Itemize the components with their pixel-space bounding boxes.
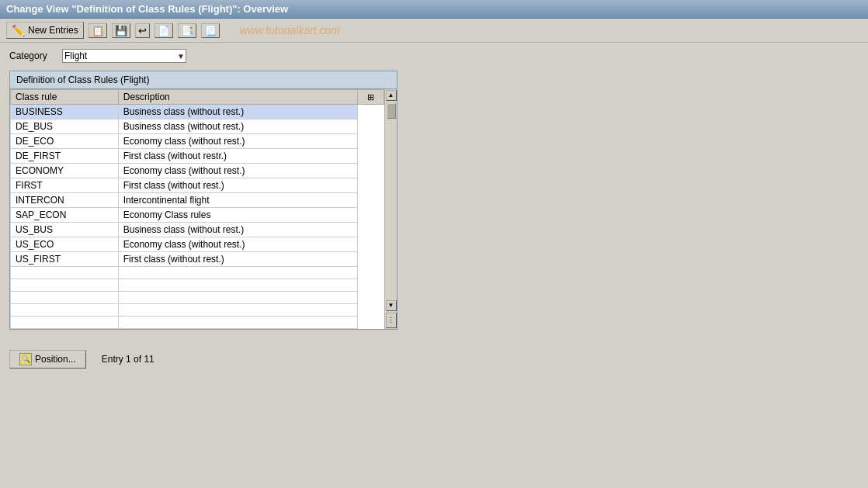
category-select-wrapper: Flight ▼ <box>62 49 186 63</box>
table-row[interactable] <box>11 279 384 292</box>
cell-desc: Economy Class rules <box>118 208 357 223</box>
category-row: Category Flight ▼ <box>9 49 859 63</box>
toolbar-icon-6: 📃 <box>204 25 217 36</box>
cell-desc: First class (without rest.) <box>118 252 357 267</box>
col-header-rule: Class rule <box>11 90 119 105</box>
category-select[interactable]: Flight <box>62 49 186 63</box>
scroll-grip-button[interactable]: ⋮ <box>386 313 397 328</box>
position-button-label: Position... <box>35 354 76 365</box>
cell-rule <box>11 304 119 317</box>
table-row[interactable]: FIRSTFirst class (without rest.) <box>11 178 384 193</box>
title-bar: Change View "Definition of Class Rules (… <box>0 0 868 19</box>
save-icon: 💾 <box>115 25 127 36</box>
undo-button[interactable]: ↩ <box>135 23 150 38</box>
table-row[interactable] <box>11 317 384 329</box>
cell-rule <box>11 267 119 279</box>
scroll-thumb[interactable] <box>387 103 396 119</box>
table-scrollbar[interactable]: ▲ ▼ ⋮ <box>384 89 397 329</box>
main-content: Category Flight ▼ Definition of Class Ru… <box>0 43 868 336</box>
cell-desc: Business class (without rest.) <box>118 119 357 134</box>
cell-rule: BUSINESS <box>11 105 119 119</box>
cell-rule: DE_BUS <box>11 119 119 134</box>
cell-rule: US_ECO <box>11 237 119 252</box>
cell-desc <box>118 292 357 304</box>
table-row[interactable]: DE_BUSBusiness class (without rest.) <box>11 119 384 134</box>
table-row[interactable] <box>11 304 384 317</box>
cell-desc <box>118 317 357 329</box>
save-button[interactable]: 💾 <box>112 23 130 38</box>
scroll-down-button[interactable]: ▼ <box>386 300 397 311</box>
table-row[interactable]: US_FIRSTFirst class (without rest.) <box>11 252 384 267</box>
cell-desc <box>118 304 357 317</box>
cell-rule: US_FIRST <box>11 252 119 267</box>
table-row[interactable]: DE_ECOEconomy class (without rest.) <box>11 134 384 149</box>
cell-desc: First class (without restr.) <box>118 149 357 164</box>
toolbar: ✏️ New Entries 📋 💾 ↩ 📄 📑 📃 www.tutorialk… <box>0 19 868 43</box>
cell-desc: Economy class (without rest.) <box>118 134 357 149</box>
new-entries-label: New Entries <box>28 25 78 36</box>
toolbar-btn-5[interactable]: 📑 <box>178 23 196 38</box>
table-row[interactable]: ECONOMYEconomy class (without rest.) <box>11 164 384 178</box>
cell-rule: INTERCON <box>11 193 119 208</box>
cell-rule: ECONOMY <box>11 164 119 178</box>
watermark: www.tutorialkart.com <box>240 24 340 36</box>
cell-desc: Business class (without rest.) <box>118 223 357 237</box>
position-icon: 🔍 <box>19 353 32 365</box>
table-row[interactable] <box>11 292 384 304</box>
table-row[interactable]: DE_FIRSTFirst class (without restr.) <box>11 149 384 164</box>
cell-desc: Economy class (without rest.) <box>118 164 357 178</box>
cell-rule <box>11 292 119 304</box>
table-row[interactable] <box>11 267 384 279</box>
position-button[interactable]: 🔍 Position... <box>9 350 86 369</box>
cell-desc <box>118 267 357 279</box>
copy-icon: 📋 <box>92 25 104 36</box>
copy-button[interactable]: 📋 <box>89 23 107 38</box>
cell-desc: Economy class (without rest.) <box>118 237 357 252</box>
footer-area: 🔍 Position... Entry 1 of 11 <box>0 344 868 375</box>
table-header-row: Class rule Description ⊞ <box>11 90 384 105</box>
col-header-desc: Description <box>118 90 357 105</box>
table-scroll-area: Class rule Description ⊞ BUSINESSBusines… <box>10 89 397 329</box>
cell-desc: Intercontinental flight <box>118 193 357 208</box>
cell-desc: Business class (without rest.) <box>118 105 357 119</box>
toolbar-icon-4: 📄 <box>158 25 170 36</box>
toolbar-btn-6[interactable]: 📃 <box>201 23 220 38</box>
table-container: Definition of Class Rules (Flight) Class… <box>9 71 398 330</box>
cell-desc: First class (without rest.) <box>118 178 357 193</box>
table-section-title: Definition of Class Rules (Flight) <box>10 71 397 89</box>
scroll-up-button[interactable]: ▲ <box>386 90 397 101</box>
table-row[interactable]: US_BUSBusiness class (without rest.) <box>11 223 384 237</box>
new-entries-icon: ✏️ <box>12 24 25 36</box>
class-rules-table: Class rule Description ⊞ BUSINESSBusines… <box>10 89 384 329</box>
cell-rule: US_BUS <box>11 223 119 237</box>
table-row[interactable]: BUSINESSBusiness class (without rest.) <box>11 105 384 119</box>
table-row[interactable]: US_ECOEconomy class (without rest.) <box>11 237 384 252</box>
category-label: Category <box>9 50 56 61</box>
col-header-icon[interactable]: ⊞ <box>358 90 384 105</box>
cell-desc <box>118 279 357 292</box>
cell-rule: FIRST <box>11 178 119 193</box>
entry-count: Entry 1 of 11 <box>102 354 155 365</box>
undo-icon: ↩ <box>138 25 147 36</box>
toolbar-icon-5: 📑 <box>181 25 193 36</box>
new-entries-button[interactable]: ✏️ New Entries <box>6 22 84 39</box>
table-row[interactable]: INTERCONIntercontinental flight <box>11 193 384 208</box>
column-settings-icon[interactable]: ⊞ <box>367 92 374 102</box>
window-title: Change View "Definition of Class Rules (… <box>6 3 288 15</box>
table-row[interactable]: SAP_ECONEconomy Class rules <box>11 208 384 223</box>
cell-rule <box>11 317 119 329</box>
cell-rule <box>11 279 119 292</box>
cell-rule: DE_FIRST <box>11 149 119 164</box>
cell-rule: SAP_ECON <box>11 208 119 223</box>
cell-rule: DE_ECO <box>11 134 119 149</box>
table-wrapper: Class rule Description ⊞ BUSINESSBusines… <box>10 89 384 329</box>
toolbar-btn-4[interactable]: 📄 <box>155 23 173 38</box>
